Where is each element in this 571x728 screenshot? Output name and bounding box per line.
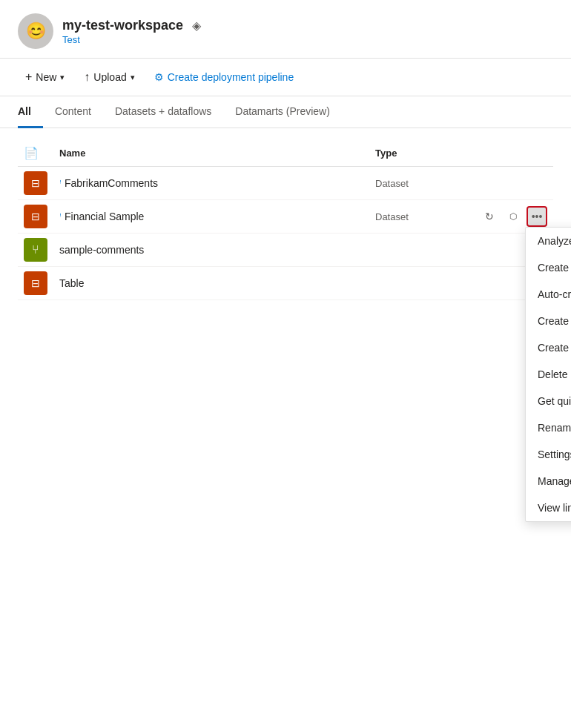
col-header-icon: 📄 xyxy=(18,140,53,167)
workspace-name: my-test-workspace xyxy=(62,18,183,33)
more-options-wrapper: ••• Analyze in Excel Create report xyxy=(527,206,547,227)
deployment-pipeline-button[interactable]: ⚙ Create deployment pipeline xyxy=(147,67,301,87)
row-name-cell: ꜝ Financial Sample xyxy=(53,200,369,234)
row-name-cell: Table xyxy=(53,267,369,300)
link-indicator: ꜝ xyxy=(59,179,62,188)
menu-item-view-lineage[interactable]: View lineage xyxy=(526,494,571,521)
menu-item-analyze-excel[interactable]: Analyze in Excel xyxy=(526,228,571,254)
plus-icon: + xyxy=(25,70,32,84)
avatar-icon: 😊 xyxy=(26,21,46,41)
workspace-info: my-test-workspace ◈ Test xyxy=(62,18,201,45)
table-row: ⊟ ꜝ Financial Sample Dataset ↻ ⬡ xyxy=(18,200,553,234)
upload-chevron-icon: ▾ xyxy=(131,73,135,82)
row-name-cell: ꜝ FabrikamComments xyxy=(53,167,369,200)
col-header-actions xyxy=(473,140,553,167)
row-icon-cell: ⑂ xyxy=(18,234,53,267)
content-area: 📄 Name Type ⊟ xyxy=(0,128,571,312)
menu-item-rename[interactable]: Rename xyxy=(526,414,571,441)
col-header-name: Name xyxy=(53,140,369,167)
table-row: ⊟ Table xyxy=(18,267,553,300)
tab-all[interactable]: All xyxy=(18,96,43,128)
menu-item-manage-permissions[interactable]: Manage permissions xyxy=(526,468,571,494)
upload-button[interactable]: ↑ Upload ▾ xyxy=(76,66,142,88)
new-chevron-icon: ▾ xyxy=(60,73,65,82)
context-menu: Analyze in Excel Create report Auto-crea… xyxy=(525,227,571,522)
col-header-type: Type xyxy=(369,140,473,167)
table-row: ⑂ sample-comments xyxy=(18,234,553,267)
row-actions-cell: ↻ ⬡ ••• Analyze in Excel xyxy=(473,200,553,234)
upload-icon: ↑ xyxy=(84,70,90,84)
repo-icon: ⑂ xyxy=(24,238,47,262)
menu-item-create-formatted-table[interactable]: Create formatted table xyxy=(526,334,571,361)
avatar: 😊 xyxy=(18,13,53,49)
row-icon-cell: ⊟ xyxy=(18,267,53,300)
link-indicator: ꜝ xyxy=(59,212,62,222)
dataset-icon: ⊟ xyxy=(24,271,47,295)
row-type-cell xyxy=(369,234,473,267)
upload-label: Upload xyxy=(93,71,126,83)
table-row: ⊟ ꜝ FabrikamComments Dataset xyxy=(18,167,553,200)
row-type-cell: Dataset xyxy=(369,167,473,200)
row-icon-cell: ⊟ xyxy=(18,167,53,200)
tab-datamarts[interactable]: Datamarts (Preview) xyxy=(223,96,342,128)
toolbar: + New ▾ ↑ Upload ▾ ⚙ Create deployment p… xyxy=(0,59,571,96)
dataset-icon: ⊟ xyxy=(24,171,47,195)
menu-item-settings[interactable]: Settings xyxy=(526,441,571,468)
row-icon-cell: ⊟ xyxy=(18,200,53,234)
row-type-cell xyxy=(369,267,473,300)
refresh-button[interactable]: ↻ xyxy=(479,206,500,227)
menu-item-get-quick-insights[interactable]: Get quick insights xyxy=(526,388,571,414)
tabs: All Content Datasets + dataflows Datamar… xyxy=(0,96,571,128)
menu-item-create-report[interactable]: Create report xyxy=(526,254,571,281)
row-name-cell: sample-comments xyxy=(53,234,369,267)
header: 😊 my-test-workspace ◈ Test xyxy=(0,0,571,59)
row-actions-cell xyxy=(473,167,553,200)
menu-item-auto-create-report[interactable]: Auto-create report xyxy=(526,281,571,308)
tab-content[interactable]: Content xyxy=(43,96,103,128)
more-options-button[interactable]: ••• xyxy=(527,206,547,227)
new-label: New xyxy=(36,71,56,83)
deployment-label: Create deployment pipeline xyxy=(168,71,294,83)
ellipsis-icon: ••• xyxy=(532,211,543,222)
share-button[interactable]: ⬡ xyxy=(503,206,524,227)
menu-item-delete[interactable]: Delete xyxy=(526,361,571,388)
tab-datasets-dataflows[interactable]: Datasets + dataflows xyxy=(103,96,223,128)
new-button[interactable]: + New ▾ xyxy=(18,66,72,88)
file-icon: 📄 xyxy=(24,147,39,159)
deployment-icon: ⚙ xyxy=(154,71,164,83)
workspace-diamond-icon: ◈ xyxy=(192,19,201,33)
workspace-type: Test xyxy=(62,34,201,45)
row-type-cell: Dataset xyxy=(369,200,473,234)
menu-item-create-paginated-report[interactable]: Create paginated report xyxy=(526,308,571,334)
dataset-icon: ⊟ xyxy=(24,205,47,228)
items-table: 📄 Name Type ⊟ xyxy=(18,140,553,300)
